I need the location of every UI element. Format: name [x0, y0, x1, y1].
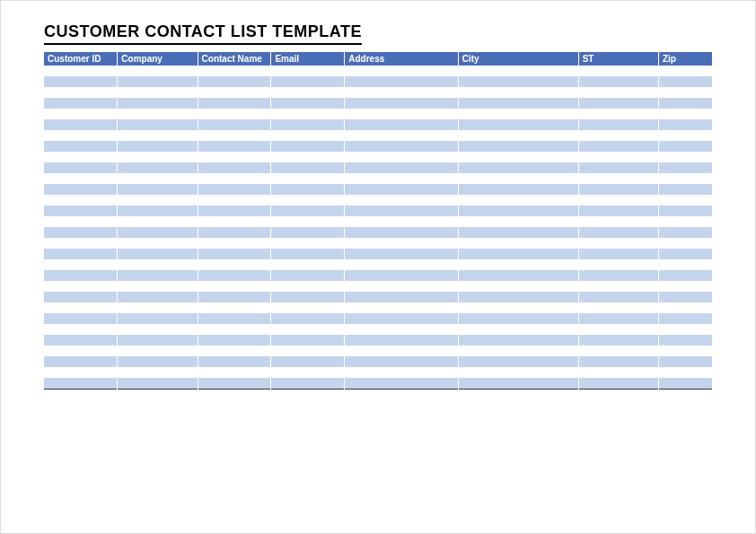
table-cell	[578, 356, 658, 367]
table-cell	[458, 216, 578, 227]
table-cell	[458, 302, 578, 313]
table-cell	[198, 66, 271, 76]
table-cell	[345, 119, 458, 130]
table-cell	[271, 76, 345, 87]
table-cell	[578, 367, 658, 378]
table-cell	[271, 119, 345, 130]
table-row	[44, 98, 712, 109]
table-cell	[458, 378, 578, 389]
table-cell	[458, 367, 578, 378]
table-cell	[345, 76, 458, 87]
table-cell	[44, 356, 118, 367]
table-cell	[578, 335, 658, 346]
table-cell	[658, 162, 712, 173]
table-cell	[658, 173, 712, 184]
table-row	[44, 184, 712, 195]
col-header-city: City	[458, 52, 578, 66]
table-cell	[118, 66, 198, 76]
table-cell	[578, 141, 658, 152]
table-cell	[118, 346, 198, 356]
table-cell	[658, 130, 712, 141]
table-cell	[458, 335, 578, 346]
table-cell	[198, 270, 271, 281]
table-cell	[198, 281, 271, 292]
table-cell	[658, 76, 712, 87]
table-cell	[118, 76, 198, 87]
col-header-zip: Zip	[658, 52, 712, 66]
table-cell	[198, 173, 271, 184]
table-cell	[578, 292, 658, 302]
table-cell	[118, 335, 198, 346]
table-cell	[271, 195, 345, 206]
table-cell	[44, 378, 118, 389]
col-header-address: Address	[345, 52, 458, 66]
table-cell	[458, 195, 578, 206]
table-cell	[44, 249, 118, 259]
table-cell	[658, 87, 712, 98]
table-row	[44, 130, 712, 141]
table-row	[44, 249, 712, 259]
table-cell	[198, 356, 271, 367]
table-row	[44, 66, 712, 76]
table-cell	[44, 66, 118, 76]
table-cell	[198, 302, 271, 313]
table-cell	[345, 206, 458, 216]
table-cell	[345, 66, 458, 76]
table-cell	[345, 346, 458, 356]
table-cell	[44, 292, 118, 302]
table-cell	[44, 195, 118, 206]
table-cell	[658, 249, 712, 259]
table-cell	[271, 206, 345, 216]
table-cell	[271, 173, 345, 184]
table-cell	[118, 152, 198, 162]
table-cell	[345, 195, 458, 206]
table-cell	[44, 206, 118, 216]
table-cell	[658, 66, 712, 76]
table-cell	[44, 109, 118, 119]
col-header-email: Email	[271, 52, 345, 66]
table-cell	[578, 184, 658, 195]
table-cell	[345, 152, 458, 162]
table-cell	[271, 184, 345, 195]
table-cell	[118, 324, 198, 335]
table-cell	[118, 130, 198, 141]
table-cell	[271, 87, 345, 98]
table-cell	[345, 356, 458, 367]
table-cell	[658, 356, 712, 367]
table-cell	[658, 335, 712, 346]
table-cell	[578, 98, 658, 109]
col-header-contact-name: Contact Name	[198, 52, 271, 66]
table-cell	[198, 292, 271, 302]
table-cell	[271, 259, 345, 270]
table-cell	[271, 335, 345, 346]
table-cell	[271, 227, 345, 238]
table-cell	[658, 184, 712, 195]
table-cell	[271, 216, 345, 227]
table-row	[44, 378, 712, 389]
table-cell	[578, 378, 658, 389]
table-cell	[271, 292, 345, 302]
table-cell	[271, 130, 345, 141]
table-cell	[345, 238, 458, 249]
col-header-st: ST	[578, 52, 658, 66]
table-cell	[658, 98, 712, 109]
table-cell	[578, 270, 658, 281]
table-cell	[658, 141, 712, 152]
table-cell	[658, 281, 712, 292]
table-cell	[458, 119, 578, 130]
table-cell	[118, 141, 198, 152]
table-cell	[44, 313, 118, 324]
table-cell	[458, 206, 578, 216]
table-row	[44, 335, 712, 346]
table-cell	[458, 249, 578, 259]
table-cell	[271, 281, 345, 292]
table-cell	[271, 66, 345, 76]
table-cell	[658, 378, 712, 389]
table-cell	[345, 281, 458, 292]
table-cell	[118, 356, 198, 367]
table-cell	[198, 238, 271, 249]
table-cell	[578, 130, 658, 141]
table-cell	[44, 76, 118, 87]
table-cell	[118, 216, 198, 227]
table-row	[44, 238, 712, 249]
